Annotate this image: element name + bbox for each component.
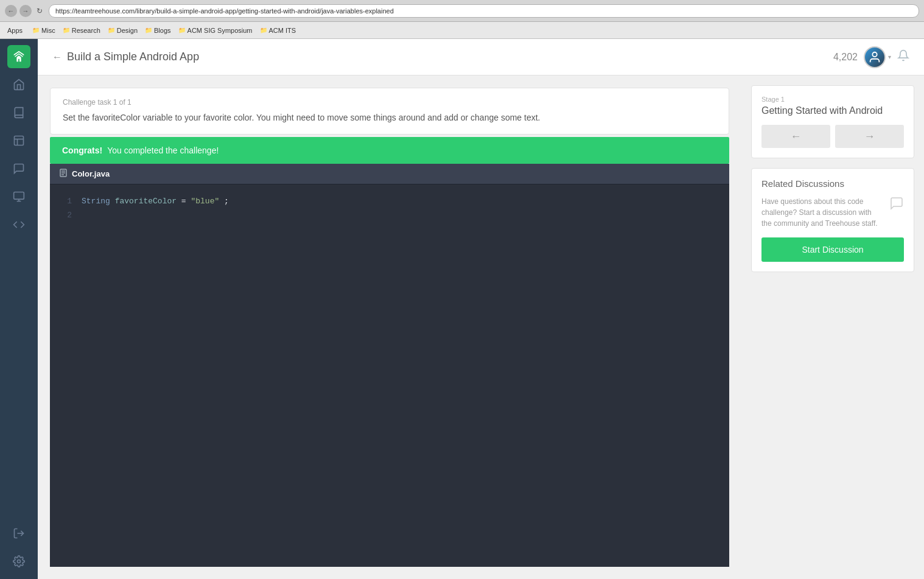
apps-button[interactable]: Apps [5, 26, 25, 35]
bookmark-misc[interactable]: 📁 Misc [32, 27, 55, 34]
sidebar-item-courses[interactable] [7, 129, 30, 152]
code-line-1: 1 String favoriteColor = "blue" ; [62, 194, 717, 208]
svg-point-8 [872, 52, 877, 56]
string-value: "blue" [191, 197, 219, 206]
sidebar-item-community[interactable] [7, 157, 30, 180]
code-file-tab: Color.java [50, 164, 729, 184]
avatar [864, 46, 886, 68]
stage-nav-buttons: ← → [761, 125, 904, 148]
folder-icon: 📁 [32, 27, 40, 33]
bookmark-design[interactable]: 📁 Design [108, 27, 138, 34]
variable-name: favoriteColor [115, 197, 177, 206]
bookmark-acm-its[interactable]: 📁 ACM ITS [260, 27, 296, 34]
app-layout: ← Build a Simple Android App 4,202 ▾ [0, 39, 924, 579]
sidebar-logo[interactable] [7, 45, 30, 68]
bookmark-label: Blogs [154, 27, 171, 34]
success-message: You completed the challenge! [107, 146, 219, 155]
avatar-container[interactable]: ▾ [864, 46, 891, 68]
avatar-dropdown-icon: ▾ [888, 54, 891, 60]
sidebar-bottom [7, 522, 30, 573]
congrats-text: Congrats! [62, 146, 102, 155]
challenge-task-label: Challenge task 1 of 1 [63, 98, 716, 107]
badge-icon [13, 191, 25, 203]
code-line-2: 2 [62, 208, 717, 222]
discussion-chat-icon [889, 196, 904, 214]
bookmark-label: Research [72, 27, 100, 34]
message-icon [889, 196, 904, 211]
line-number-2: 2 [62, 208, 72, 222]
challenge-panel: Challenge task 1 of 1 Set the favoriteCo… [50, 88, 729, 135]
bookmark-blogs[interactable]: 📁 Blogs [145, 27, 171, 34]
sidebar [0, 39, 38, 579]
semicolon: ; [224, 197, 229, 206]
address-bar[interactable]: https://teamtreehouse.com/library/build-… [49, 4, 919, 18]
refresh-button[interactable]: ↻ [34, 5, 45, 16]
sidebar-item-badges[interactable] [7, 185, 30, 208]
svg-rect-3 [14, 192, 24, 200]
start-discussion-button[interactable]: Start Discussion [761, 237, 904, 262]
sidebar-item-library[interactable] [7, 101, 30, 124]
operator-equals: = [181, 197, 191, 206]
success-banner: Congrats! You completed the challenge! [50, 137, 729, 164]
discussions-text: Have questions about this code challenge… [761, 196, 883, 229]
sidebar-item-home[interactable] [7, 73, 30, 96]
content-area: Challenge task 1 of 1 Set the favoriteCo… [38, 75, 924, 579]
sidebar-item-code[interactable] [7, 213, 30, 236]
avatar-icon [868, 51, 881, 64]
url-text: https://teamtreehouse.com/library/build-… [55, 7, 394, 15]
stage-label: Stage 1 [761, 96, 904, 103]
gear-icon [13, 555, 25, 567]
courses-icon [13, 135, 25, 147]
sidebar-item-settings[interactable] [7, 550, 30, 573]
prev-stage-button[interactable]: ← [761, 125, 830, 148]
back-button[interactable]: ← [5, 5, 17, 17]
code-icon [13, 219, 25, 231]
keyword-string: String [82, 197, 110, 206]
folder-icon: 📁 [260, 27, 267, 33]
book-icon [13, 107, 25, 119]
line-number-1: 1 [62, 194, 72, 208]
sign-out-icon [13, 527, 25, 539]
home-icon [13, 79, 25, 91]
sidebar-item-account[interactable] [7, 522, 30, 545]
discussions-title: Related Discussions [761, 178, 904, 189]
discussions-card: Related Discussions Have questions about… [751, 168, 914, 272]
bookmark-label: Design [117, 27, 138, 34]
page-header: ← Build a Simple Android App 4,202 ▾ [38, 39, 924, 75]
notification-bell-icon[interactable] [897, 49, 909, 65]
treehouse-logo-icon [12, 50, 26, 63]
bookmark-research[interactable]: 📁 Research [63, 27, 100, 34]
code-editor[interactable]: Color.java 1 String favoriteColor = [50, 164, 729, 567]
folder-icon: 📁 [145, 27, 152, 33]
back-to-course-button[interactable]: ← [52, 52, 62, 63]
stage-title: Getting Started with Android [761, 105, 904, 116]
browser-toolbar: ← → ↻ https://teamtreehouse.com/library/… [0, 0, 924, 22]
folder-icon: 📁 [63, 27, 70, 33]
challenge-wrapper: Challenge task 1 of 1 Set the favoriteCo… [50, 88, 729, 567]
forward-button[interactable]: → [19, 5, 32, 17]
bookmark-label: ACM SIG Symposium [187, 27, 253, 34]
file-icon [60, 169, 67, 179]
bookmarks-bar: Apps 📁 Misc 📁 Research 📁 Design 📁 Blogs … [0, 22, 924, 39]
svg-point-7 [18, 560, 21, 563]
folder-icon: 📁 [178, 27, 186, 33]
svg-rect-0 [15, 136, 24, 146]
browser-window: ← → ↻ https://teamtreehouse.com/library/… [0, 0, 924, 579]
challenge-description: Set the favoriteColor variable to your f… [63, 111, 716, 124]
code-text-1: String favoriteColor = "blue" ; [82, 194, 229, 208]
stage-card: Stage 1 Getting Started with Android ← → [751, 85, 914, 158]
bookmark-acm-sig[interactable]: 📁 ACM SIG Symposium [178, 27, 253, 34]
bookmark-label: Misc [41, 27, 55, 34]
folder-icon: 📁 [108, 27, 115, 33]
next-stage-button[interactable]: → [835, 125, 904, 148]
page-title: Build a Simple Android App [67, 51, 833, 63]
discussions-content: Have questions about this code challenge… [761, 196, 904, 229]
document-icon [60, 169, 67, 177]
points-display: 4,202 [833, 52, 858, 63]
header-right: 4,202 ▾ [833, 46, 909, 68]
bell-icon [897, 49, 909, 61]
browser-nav-buttons: ← → ↻ [5, 5, 45, 17]
file-name: Color.java [72, 169, 110, 178]
main-content: ← Build a Simple Android App 4,202 ▾ [38, 39, 924, 579]
right-panel: Stage 1 Getting Started with Android ← →… [741, 75, 924, 579]
